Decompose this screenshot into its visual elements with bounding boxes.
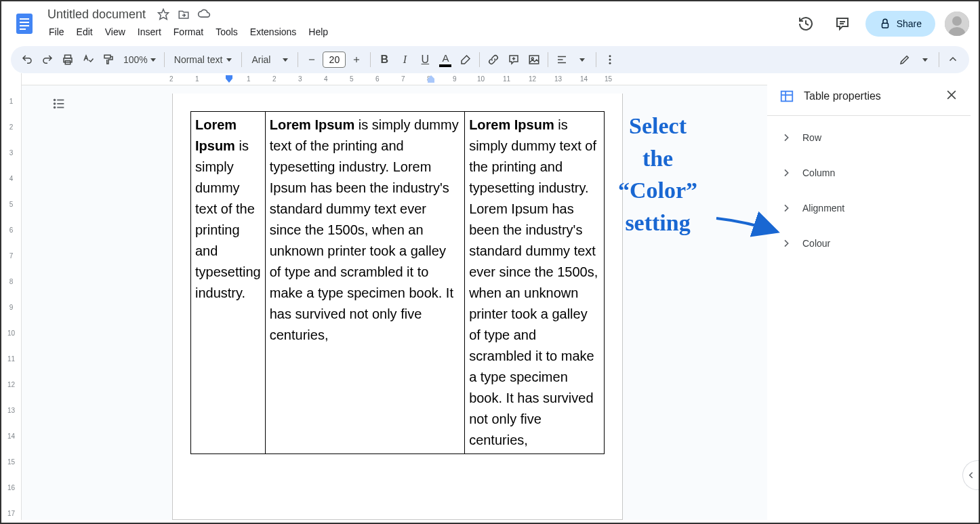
cloud-status-icon[interactable]: [197, 7, 211, 21]
font-select[interactable]: Arial: [246, 54, 293, 65]
menu-view[interactable]: View: [100, 24, 131, 40]
svg-point-27: [609, 59, 611, 61]
history-icon[interactable]: [792, 10, 819, 37]
account-avatar[interactable]: [945, 12, 969, 36]
table-row[interactable]: Lorem Ipsum is simply dummy text of the …: [191, 112, 605, 454]
font-size-input[interactable]: [323, 52, 346, 68]
document-title[interactable]: Untitled document: [43, 6, 150, 23]
chevron-right-icon: [781, 132, 792, 143]
indent-marker-right[interactable]: [427, 75, 435, 84]
sidebar-item-label: Colour: [802, 238, 830, 249]
share-label: Share: [897, 18, 922, 29]
indent-marker-left[interactable]: [225, 75, 233, 84]
bold-button[interactable]: B: [375, 50, 394, 69]
svg-point-28: [609, 62, 611, 64]
share-button[interactable]: Share: [865, 11, 935, 37]
svg-point-36: [54, 107, 56, 108]
sidebar-item-row[interactable]: Row: [767, 120, 971, 155]
sidebar-item-colour[interactable]: Colour: [767, 226, 971, 261]
menu-extensions[interactable]: Extensions: [245, 24, 302, 40]
spellcheck-button[interactable]: [79, 50, 98, 69]
svg-rect-4: [20, 28, 26, 30]
undo-button[interactable]: [18, 50, 37, 69]
underline-button[interactable]: U: [415, 50, 434, 69]
sidebar-item-label: Column: [802, 167, 835, 178]
add-comment-button[interactable]: [504, 50, 523, 69]
chevron-down-icon: [226, 58, 232, 62]
menu-file[interactable]: File: [43, 24, 70, 40]
italic-button[interactable]: I: [395, 50, 414, 69]
menu-insert[interactable]: Insert: [132, 24, 167, 40]
menu-tools[interactable]: Tools: [210, 24, 243, 40]
align-button[interactable]: [552, 50, 571, 69]
move-icon[interactable]: [177, 7, 190, 21]
svg-marker-29: [226, 75, 232, 83]
chevron-right-icon: [781, 167, 792, 178]
menu-help[interactable]: Help: [303, 24, 333, 40]
lock-icon: [879, 18, 891, 30]
chevron-right-icon: [781, 238, 792, 249]
svg-marker-30: [428, 75, 434, 83]
app-header: Untitled document File Edit View Insert …: [1, 1, 979, 42]
horizontal-ruler: 2 1 1 2 3 4 5 6 7 8 9 10 11 12 13 14 15: [22, 73, 767, 85]
chevron-down-icon: [150, 58, 156, 62]
svg-rect-15: [104, 55, 110, 58]
chevron-right-icon: [781, 203, 792, 214]
more-button[interactable]: [600, 50, 619, 69]
svg-rect-8: [882, 23, 888, 28]
sidebar-title: Table properties: [804, 90, 935, 102]
table-cell[interactable]: Lorem Ipsum is simply dummy text of the …: [465, 112, 605, 454]
insert-image-button[interactable]: [525, 50, 544, 69]
outline-toggle-button[interactable]: [49, 94, 69, 114]
table-cell[interactable]: Lorem Ipsum is simply dummy text of the …: [265, 112, 464, 454]
editing-mode-dropdown[interactable]: [916, 50, 935, 69]
table-icon: [779, 89, 794, 104]
menu-edit[interactable]: Edit: [71, 24, 98, 40]
zoom-select[interactable]: 100%: [119, 54, 160, 65]
svg-rect-1: [20, 18, 29, 20]
increase-font-button[interactable]: [347, 50, 366, 69]
document-table[interactable]: Lorem Ipsum is simply dummy text of the …: [190, 111, 605, 454]
svg-marker-5: [159, 9, 169, 20]
title-area: Untitled document File Edit View Insert …: [43, 6, 792, 41]
highlight-button[interactable]: [456, 50, 475, 69]
decrease-font-button[interactable]: [302, 50, 321, 69]
sidebar-item-label: Row: [802, 132, 821, 143]
menu-format[interactable]: Format: [168, 24, 209, 40]
svg-point-34: [54, 100, 56, 101]
chevron-down-icon: [283, 58, 288, 62]
text-color-button[interactable]: A: [436, 50, 455, 69]
menu-bar: File Edit View Insert Format Tools Exten…: [43, 22, 792, 41]
align-dropdown[interactable]: [573, 50, 592, 69]
svg-point-10: [952, 16, 962, 26]
svg-point-35: [54, 103, 56, 104]
sidebar-item-alignment[interactable]: Alignment: [767, 190, 971, 226]
svg-point-26: [609, 55, 611, 57]
insert-link-button[interactable]: [484, 50, 503, 69]
collapse-toolbar-button[interactable]: [943, 50, 962, 69]
close-sidebar-button[interactable]: [945, 88, 958, 104]
svg-rect-0: [16, 14, 33, 34]
svg-rect-37: [781, 92, 793, 102]
svg-rect-2: [20, 22, 29, 23]
paint-format-button[interactable]: [99, 50, 118, 69]
vertical-ruler: 1 2 3 4 5 6 7 8 9 10 11 12 13 14 15 16 1…: [1, 73, 22, 520]
toolbar: 100% Normal text Arial B I U A: [11, 46, 969, 73]
table-properties-sidebar: Table properties Row Column Alignment Co…: [767, 77, 971, 520]
paragraph-style-select[interactable]: Normal text: [169, 54, 238, 65]
comments-icon[interactable]: [829, 10, 856, 37]
redo-button[interactable]: [38, 50, 57, 69]
svg-rect-3: [20, 25, 29, 26]
sidebar-item-label: Alignment: [802, 203, 844, 214]
table-cell[interactable]: Lorem Ipsum is simply dummy text of the …: [191, 112, 266, 454]
docs-logo[interactable]: [11, 10, 38, 37]
print-button[interactable]: [58, 50, 77, 69]
star-icon[interactable]: [157, 7, 170, 21]
document-page[interactable]: Lorem Ipsum is simply dummy text of the …: [172, 94, 623, 520]
sidebar-item-column[interactable]: Column: [767, 155, 971, 190]
editing-mode-button[interactable]: [895, 50, 914, 69]
